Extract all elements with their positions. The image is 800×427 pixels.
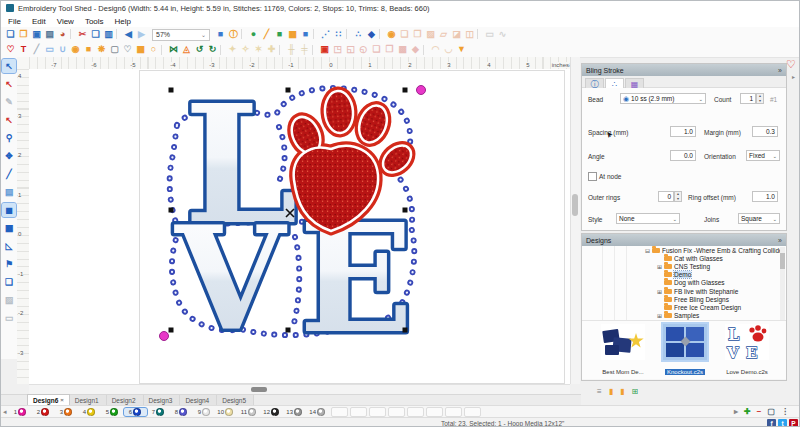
selection-handle[interactable] [169,328,174,333]
tree-item[interactable]: Free Ice Cream Design [582,303,786,311]
menu-item[interactable]: Edit [32,17,46,26]
bead-diamond-icon[interactable]: ◆ [365,29,378,41]
redo-icon[interactable]: ▶ [135,29,148,41]
design-info-icon[interactable]: ⓘ [227,29,240,41]
thumbnail-best-mom[interactable]: Best Mom De... [594,324,652,378]
palette-menu-icon[interactable]: ⋮ [781,408,789,416]
document-tab[interactable]: Design1 [70,395,107,405]
bead-color-swatch[interactable]: 3 [55,408,78,416]
print-icon[interactable]: ▤ [43,29,56,41]
open-file-icon[interactable]: ❐ [17,29,30,41]
thumbnail-love-demo[interactable]: L V E Love Demo.c2s [718,324,776,378]
bead-color-swatch[interactable]: 11 [239,408,262,416]
count-input[interactable]: 1 [740,93,756,104]
palette-next-icon[interactable]: ▸ [734,408,738,416]
zoom-level-select[interactable]: 57% ⌄ [152,29,210,41]
rectangle-tool-icon[interactable]: ▭ [43,44,56,56]
panel-expand-arrow-icon[interactable]: ▸ [792,73,795,80]
notes-tool[interactable]: ⚑ [2,257,16,271]
spacing-input[interactable]: 1.0 [670,126,696,137]
bead-color-swatch[interactable]: 6 [124,408,147,416]
node-edit-tool[interactable]: ↖ [2,77,16,91]
bead-select[interactable]: ◉ 10 ss (2.9 mm) ⌄ [620,93,706,104]
applique-tool-icon[interactable]: ∪ [56,44,69,56]
bling-fill-icon[interactable]: ◉ [385,29,398,41]
tree-item[interactable]: Free Bling Designs [582,295,786,303]
selection-handle[interactable] [169,88,174,93]
menu-item[interactable]: View [57,17,74,26]
flip-object-icon[interactable]: ◱ [344,44,357,56]
count-stepper[interactable]: ▴▾ [756,93,764,104]
bead-color-swatch[interactable]: 5 [101,408,124,416]
select-region-icon[interactable]: ▢ [108,44,121,56]
selection-handle[interactable] [169,208,174,213]
flip-shape-icon[interactable]: ▱ [437,29,450,41]
bling-pick-tool[interactable]: ↖ [2,113,16,127]
bead-color-swatch[interactable]: 8 [170,408,193,416]
export-tool[interactable]: ❏ [2,275,16,289]
tree-item[interactable]: Cat with Glasses [582,254,786,262]
orientation-select[interactable]: Fixed ⌄ [746,150,780,161]
bead-color-swatch[interactable]: 14 [308,408,331,416]
facebook-icon[interactable]: f [767,419,776,427]
twitter-icon[interactable]: t [778,419,787,427]
new-file-icon[interactable]: ❏ [4,29,17,41]
list-view-icon[interactable]: ≡ [597,387,602,396]
joins-select[interactable]: Square ⌄ [738,213,780,224]
undo-icon[interactable]: ◀ [122,29,135,41]
tree-expander[interactable]: ⊞ [656,312,663,319]
store-cart-icon[interactable]: ⊞ [631,387,638,396]
selection-handle[interactable] [403,88,408,93]
canvas-vertical-scrollbar[interactable] [570,57,580,384]
group-icon[interactable]: ❏ [398,29,411,41]
merge-icon[interactable]: ▨ [424,29,437,41]
document-tab[interactable]: Design2 [107,395,144,405]
document-tab[interactable]: Design4 [180,395,217,405]
arc-up-icon[interactable]: ◠ [429,44,442,56]
bling-flower-icon[interactable]: ❋ [95,44,108,56]
collapse-icon[interactable]: » [778,237,782,244]
angle-input[interactable]: 0.0 [670,150,696,161]
design-canvas[interactable]: L V E [29,69,570,384]
bling-square-icon[interactable]: ■ [82,44,95,56]
bead-color-swatch[interactable]: 12 [262,408,285,416]
rotate-ccw-icon[interactable]: ↺ [193,44,206,56]
collapse-icon[interactable]: » [778,67,782,74]
distribute-horizontal-icon[interactable]: ╫ [285,44,298,56]
bead-start-marker[interactable] [417,86,426,95]
bead-color-swatch[interactable]: 7 [147,408,170,416]
measure-tool[interactable]: ◺ [2,239,16,253]
open-folder-icon[interactable]: ▮ [620,387,624,396]
subtract-icon[interactable]: ❐ [383,44,396,56]
zoom-tool[interactable]: ⚲ [2,131,16,145]
add-color-icon[interactable]: ✚ [744,408,751,416]
mirror-vertical-icon[interactable]: ◬ [180,44,193,56]
ring-offset-input[interactable]: 1.0 [752,191,778,202]
tree-item[interactable]: ⊞ Samples [582,312,786,320]
overlap-icon[interactable]: ❏ [370,44,383,56]
bling-run-icon[interactable]: ✦ [226,44,239,56]
bead-grid-icon[interactable]: ∷ [332,29,345,41]
hoop-icon[interactable]: ■ [214,29,227,41]
cut-icon[interactable]: ✂ [76,29,89,41]
document-tab[interactable]: Design3 [144,395,181,405]
bling-drop-icon[interactable]: ◉ [69,44,82,56]
distribute-vertical-icon[interactable]: ╪ [298,44,311,56]
combine-icon[interactable]: ◫ [463,29,476,41]
bead-color-swatch[interactable]: 1 [9,408,32,416]
bead-color-swatch[interactable]: 4 [78,408,101,416]
shape-object-icon[interactable]: ◆ [409,44,422,56]
paste-icon[interactable]: ▥ [102,29,115,41]
bling-heart-icon[interactable]: ♡ [121,44,134,56]
menu-item[interactable]: Help [115,17,131,26]
mask-icon[interactable]: ◪ [450,29,463,41]
style-select[interactable]: None ⌄ [616,213,680,224]
bead-fill-icon[interactable]: ▦ [134,44,147,56]
rotate-object-icon[interactable]: ◳ [331,44,344,56]
canvas-horizontal-scrollbar[interactable] [29,384,570,394]
tree-item[interactable]: Dog with Glasses [582,279,786,287]
menu-item[interactable]: File [8,17,21,26]
view-3d-tool[interactable]: ◼ [2,203,16,217]
bead-end-marker[interactable] [160,332,169,341]
freehand-tool[interactable]: ✎ [2,95,16,109]
